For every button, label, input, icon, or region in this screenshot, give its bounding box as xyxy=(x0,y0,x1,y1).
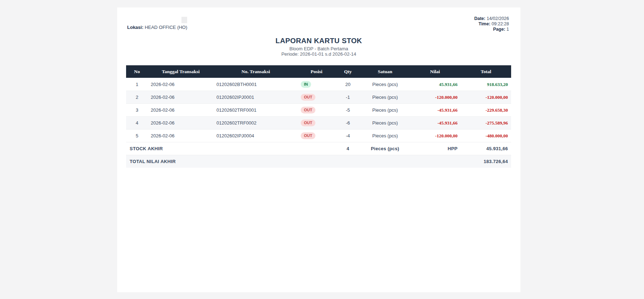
cell-qty: -5 xyxy=(335,104,361,117)
page-label: Page: xyxy=(493,27,505,32)
column-header-qty: Qty xyxy=(335,65,361,78)
cell-satuan: Pieces (pcs) xyxy=(361,117,409,130)
print-page-line: Page: 1 xyxy=(474,27,509,32)
table-row: 22026-02-0601202602IPJ0001OUT-1Pieces (p… xyxy=(126,91,511,104)
table-body: 12026-02-0601202602BTH0001IN20Pieces (pc… xyxy=(126,78,511,142)
column-header-no: No xyxy=(126,65,148,78)
stock-akhir-label: STOCK AKHIR xyxy=(126,142,335,155)
logo-placeholder xyxy=(181,17,187,23)
table-footer: STOCK AKHIR 4 Pieces (pcs) HPP 45.931,66… xyxy=(126,142,511,168)
print-meta: Date: 14/02/2026 Time: 09:22:28 Page: 1 xyxy=(474,16,509,32)
posisi-in-badge: IN xyxy=(301,81,311,88)
print-time-line: Time: 09:22:28 xyxy=(474,21,509,27)
print-date-line: Date: 14/02/2026 xyxy=(474,16,509,21)
table-row: 52026-02-0601202602IPJ0004OUT-4Pieces (p… xyxy=(126,130,511,142)
column-header-tanggal-transaksi: Tanggal Transaksi xyxy=(148,65,214,78)
cell-qty: -6 xyxy=(335,117,361,130)
table-row: 32026-02-0601202602TRF0001OUT-5Pieces (p… xyxy=(126,104,511,117)
cell-total: -120.000,00 xyxy=(461,91,511,104)
table-header: NoTanggal TransaksiNo. TransaksiPosisiQt… xyxy=(126,65,511,78)
table-row: 12026-02-0601202602BTH0001IN20Pieces (pc… xyxy=(126,78,511,91)
date-value: 14/02/2026 xyxy=(486,16,509,21)
table-header-row: NoTanggal TransaksiNo. TransaksiPosisiQt… xyxy=(126,65,511,78)
cell-satuan: Pieces (pcs) xyxy=(361,130,409,142)
column-header-no-transaksi: No. Transaksi xyxy=(214,65,298,78)
cell-no: 5 xyxy=(126,130,148,142)
cell-posisi: OUT xyxy=(298,130,335,142)
column-header-satuan: Satuan xyxy=(361,65,409,78)
cell-nilai: -45.931,66 xyxy=(409,117,461,130)
cell-no-transaksi: 01202602IPJ0004 xyxy=(214,130,298,142)
column-header-total: Total xyxy=(461,65,511,78)
location-value: HEAD OFFICE (HO) xyxy=(145,25,187,30)
cell-tanggal-transaksi: 2026-02-06 xyxy=(148,117,214,130)
cell-no: 3 xyxy=(126,104,148,117)
screen: { "header": { "lokasi_label": "Lokasi:",… xyxy=(0,0,644,299)
stock-akhir-satuan: Pieces (pcs) xyxy=(361,142,409,155)
posisi-out-badge: OUT xyxy=(301,132,315,139)
time-label: Time: xyxy=(479,21,490,26)
column-header-posisi: Posisi xyxy=(298,65,335,78)
cell-tanggal-transaksi: 2026-02-06 xyxy=(148,104,214,117)
total-nilai-akhir-label: TOTAL NILAI AKHIR xyxy=(126,155,461,168)
cell-tanggal-transaksi: 2026-02-06 xyxy=(148,78,214,91)
column-header-nilai: Nilai xyxy=(409,65,461,78)
cell-satuan: Pieces (pcs) xyxy=(361,91,409,104)
stock-akhir-row: STOCK AKHIR 4 Pieces (pcs) HPP 45.931,66 xyxy=(126,142,511,155)
cell-no-transaksi: 01202602TRF0002 xyxy=(214,117,298,130)
cell-nilai: -45.931,66 xyxy=(409,104,461,117)
stock-akhir-qty: 4 xyxy=(335,142,361,155)
cell-no: 1 xyxy=(126,78,148,91)
posisi-out-badge: OUT xyxy=(301,120,315,126)
report-periode: Periode: 2026-01-01 s.d 2026-02-14 xyxy=(117,51,520,57)
cell-total: -480.000,00 xyxy=(461,130,511,142)
cell-tanggal-transaksi: 2026-02-06 xyxy=(148,130,214,142)
cell-qty: 20 xyxy=(335,78,361,91)
stock-akhir-total: 45.931,66 xyxy=(461,142,511,155)
report-title: LAPORAN KARTU STOK xyxy=(117,37,520,45)
cell-posisi: OUT xyxy=(298,117,335,130)
cell-nilai: 45.931,66 xyxy=(409,78,461,91)
report-page: Lokasi: HEAD OFFICE (HO) Date: 14/02/202… xyxy=(117,7,520,292)
posisi-out-badge: OUT xyxy=(301,94,315,101)
cell-total: 918.633,20 xyxy=(461,78,511,91)
cell-tanggal-transaksi: 2026-02-06 xyxy=(148,91,214,104)
cell-posisi: OUT xyxy=(298,104,335,117)
location-label: Lokasi: xyxy=(127,25,144,30)
cell-no: 2 xyxy=(126,91,148,104)
posisi-out-badge: OUT xyxy=(301,107,315,113)
date-label: Date: xyxy=(474,16,485,21)
cell-no: 4 xyxy=(126,117,148,130)
table-row: 42026-02-0601202602TRF0002OUT-6Pieces (p… xyxy=(126,117,511,130)
cell-nilai: -120.000,00 xyxy=(409,130,461,142)
cell-total: -229.658,30 xyxy=(461,104,511,117)
cell-no-transaksi: 01202602IPJ0001 xyxy=(214,91,298,104)
total-nilai-akhir-value: 183.726,64 xyxy=(461,155,511,168)
stock-card-table: NoTanggal TransaksiNo. TransaksiPosisiQt… xyxy=(126,65,511,168)
cell-posisi: OUT xyxy=(298,91,335,104)
cell-satuan: Pieces (pcs) xyxy=(361,104,409,117)
report-subtitle: Bloom EDP - Batch Pertama xyxy=(117,46,520,51)
total-nilai-akhir-row: TOTAL NILAI AKHIR 183.726,64 xyxy=(126,155,511,168)
cell-nilai: -120.000,00 xyxy=(409,91,461,104)
location-line: Lokasi: HEAD OFFICE (HO) xyxy=(127,25,187,30)
cell-qty: -1 xyxy=(335,91,361,104)
stock-akhir-hpp-label: HPP xyxy=(409,142,461,155)
cell-satuan: Pieces (pcs) xyxy=(361,78,409,91)
cell-total: -275.589,96 xyxy=(461,117,511,130)
cell-no-transaksi: 01202602BTH0001 xyxy=(214,78,298,91)
cell-posisi: IN xyxy=(298,78,335,91)
time-value: 09:22:28 xyxy=(491,21,509,26)
cell-no-transaksi: 01202602TRF0001 xyxy=(214,104,298,117)
cell-qty: -4 xyxy=(335,130,361,142)
page-value: 1 xyxy=(506,27,509,32)
